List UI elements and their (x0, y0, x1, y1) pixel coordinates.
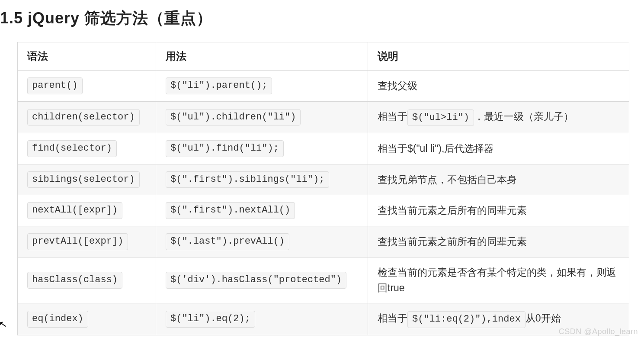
usage-code: $("li").parent(); (166, 77, 272, 94)
table-row: parent()$("li").parent();查找父级 (18, 71, 629, 102)
desc-fragment: 相当于 (378, 312, 407, 324)
usage-code: $("ul").children("li") (166, 109, 301, 126)
cell-usage: $(".first").siblings("li"); (156, 164, 368, 195)
cell-desc: 查找父级 (368, 71, 629, 102)
syntax-code: eq(index) (27, 311, 88, 328)
table-row: siblings(selector)$(".first").siblings("… (18, 164, 629, 195)
usage-code: $("ul").find("li"); (166, 140, 284, 157)
cell-syntax: eq(index) (18, 303, 156, 335)
desc-text: 相当于$("li:eq(2)"),index从0开始 (378, 312, 561, 324)
desc-fragment: 相当于$("ul li"),后代选择器 (378, 143, 494, 154)
cell-syntax: siblings(selector) (18, 164, 156, 195)
desc-fragment: 相当于 (378, 111, 407, 122)
desc-text: 相当于$("ul li"),后代选择器 (378, 143, 494, 154)
cell-usage: $('div').hasClass("protected") (156, 257, 368, 303)
desc-fragment: 查找父级 (378, 80, 417, 91)
table-row: prevtAll([expr])$(".last").prevAll()查找当前… (18, 226, 629, 257)
cell-desc: 相当于$("li:eq(2)"),index从0开始 (368, 303, 629, 335)
cell-desc: 检查当前的元素是否含有某个特定的类，如果有，则返回true (368, 257, 629, 303)
syntax-code: hasClass(class) (27, 272, 122, 289)
table-row: find(selector)$("ul").find("li");相当于$("u… (18, 133, 629, 164)
cell-usage: $("li").parent(); (156, 71, 368, 102)
syntax-code: children(selector) (27, 109, 140, 126)
cell-usage: $(".last").prevAll() (156, 226, 368, 257)
syntax-code: siblings(selector) (27, 171, 140, 188)
cell-syntax: children(selector) (18, 101, 156, 133)
usage-code: $("li").eq(2); (166, 311, 255, 328)
table-row: children(selector)$("ul").children("li")… (18, 101, 629, 133)
desc-text: 检查当前的元素是否含有某个特定的类，如果有，则返回true (378, 267, 616, 294)
desc-text: 查找父级 (378, 80, 417, 91)
table-row: eq(index)$("li").eq(2);相当于$("li:eq(2)"),… (18, 303, 629, 335)
cell-desc: 查找当前元素之后所有的同辈元素 (368, 195, 629, 226)
cell-syntax: hasClass(class) (18, 257, 156, 303)
cell-usage: $("li").eq(2); (156, 303, 368, 335)
desc-fragment: ，最近一级（亲儿子） (474, 111, 574, 122)
cell-desc: 相当于$("ul li"),后代选择器 (368, 133, 629, 164)
cell-syntax: find(selector) (18, 133, 156, 164)
section-heading: 1.5 jQuery 筛选方法（重点） (0, 0, 644, 42)
desc-text: 查找当前元素之后所有的同辈元素 (378, 205, 527, 216)
desc-code: $("ul>li") (407, 109, 474, 126)
table-header-row: 语法 用法 说明 (18, 42, 629, 71)
desc-text: 查找兄弟节点，不包括自己本身 (378, 174, 517, 185)
header-syntax: 语法 (18, 42, 156, 71)
syntax-code: prevtAll([expr]) (27, 233, 128, 250)
desc-fragment: 查找当前元素之前所有的同辈元素 (378, 236, 527, 247)
desc-fragment: 查找当前元素之后所有的同辈元素 (378, 205, 527, 216)
table-row: nextAll([expr])$(".first").nextAll()查找当前… (18, 195, 629, 226)
usage-code: $(".last").prevAll() (166, 233, 289, 250)
syntax-code: find(selector) (27, 140, 117, 157)
syntax-code: parent() (27, 77, 83, 94)
cell-usage: $(".first").nextAll() (156, 195, 368, 226)
desc-fragment: 查找兄弟节点，不包括自己本身 (378, 174, 517, 185)
cell-usage: $("ul").find("li"); (156, 133, 368, 164)
table-row: hasClass(class)$('div').hasClass("protec… (18, 257, 629, 303)
cell-desc: 查找当前元素之前所有的同辈元素 (368, 226, 629, 257)
cell-syntax: prevtAll([expr]) (18, 226, 156, 257)
cell-usage: $("ul").children("li") (156, 101, 368, 133)
cell-syntax: parent() (18, 71, 156, 102)
desc-fragment: 从0开始 (525, 312, 561, 324)
methods-table: 语法 用法 说明 parent()$("li").parent();查找父级ch… (17, 42, 629, 335)
desc-fragment: 检查当前的元素是否含有某个特定的类，如果有，则返回true (378, 267, 616, 294)
usage-code: $('div').hasClass("protected") (166, 272, 346, 289)
usage-code: $(".first").nextAll() (166, 202, 295, 219)
cell-desc: 相当于$("ul>li")，最近一级（亲儿子） (368, 101, 629, 133)
desc-code: $("li:eq(2)"),index (407, 311, 525, 328)
table-container: 语法 用法 说明 parent()$("li").parent();查找父级ch… (0, 42, 644, 335)
cell-syntax: nextAll([expr]) (18, 195, 156, 226)
header-usage: 用法 (156, 42, 368, 71)
header-desc: 说明 (368, 42, 629, 71)
usage-code: $(".first").siblings("li"); (166, 171, 329, 188)
desc-text: 查找当前元素之前所有的同辈元素 (378, 236, 527, 247)
desc-text: 相当于$("ul>li")，最近一级（亲儿子） (378, 111, 574, 122)
cell-desc: 查找兄弟节点，不包括自己本身 (368, 164, 629, 195)
syntax-code: nextAll([expr]) (27, 202, 122, 219)
